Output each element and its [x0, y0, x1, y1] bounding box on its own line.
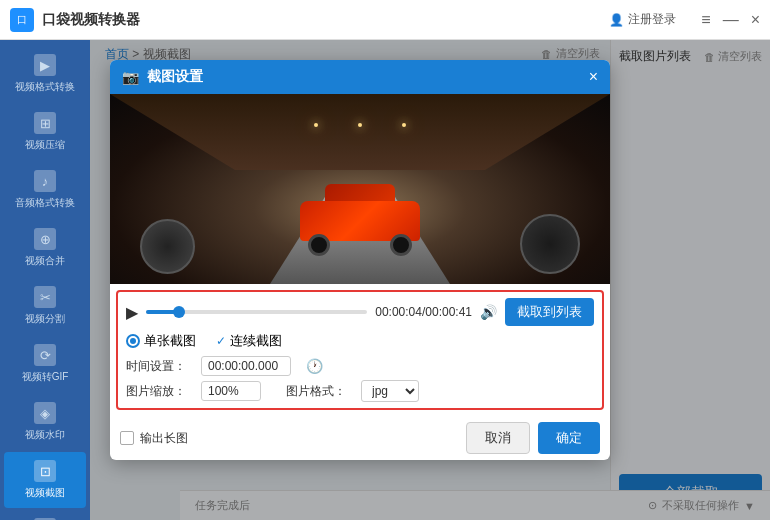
sidebar-item-label: 视频格式转换	[15, 80, 75, 94]
quality-label: 图片缩放：	[126, 383, 186, 400]
controls-area: ▶ 00:00:04/00:00:41 🔊 截取到列表 单张截	[116, 290, 604, 410]
continuous-label: 连续截图	[230, 332, 282, 350]
mode-row: 单张截图 ✓ 连续截图	[126, 332, 594, 350]
timeline-row: ▶ 00:00:04/00:00:41 🔊 截取到列表	[126, 298, 594, 326]
output-long-option[interactable]: 输出长图	[120, 430, 188, 447]
tunnel-lights	[314, 123, 406, 127]
modal-overlay: 📷 截图设置 ×	[90, 40, 770, 520]
login-button[interactable]: 👤 注册登录	[609, 11, 676, 28]
sidebar-item-label: 视频水印	[25, 428, 65, 442]
sidebar-item-video-format[interactable]: ▶ 视频格式转换	[4, 46, 86, 102]
modal-dialog: 📷 截图设置 ×	[110, 60, 610, 460]
capture-to-list-button[interactable]: 截取到列表	[505, 298, 594, 326]
tunnel-light-1	[314, 123, 318, 127]
modal-close-button[interactable]: ×	[589, 68, 598, 86]
output-long-checkbox[interactable]	[120, 431, 134, 445]
car-wheel-right	[390, 234, 412, 256]
tunnel-background	[110, 94, 610, 284]
time-settings-row: 时间设置： 🕐	[126, 356, 594, 376]
continuous-screenshot-option[interactable]: ✓ 连续截图	[216, 332, 282, 350]
video-compress-icon: ⊞	[34, 112, 56, 134]
sidebar: ▶ 视频格式转换 ⊞ 视频压缩 ♪ 音频格式转换 ⊕ 视频合并 ✂ 视频分割 ⟳…	[0, 40, 90, 520]
timeline-thumb	[173, 306, 185, 318]
sidebar-item-label: 视频合并	[25, 254, 65, 268]
menu-icon[interactable]: ≡	[701, 11, 710, 29]
sidebar-item-label: 音频格式转换	[15, 196, 75, 210]
content-area: 首页 > 视频截图 截取图片列表 🗑 清空列表 全部截取 🗑 清空列表	[90, 40, 770, 520]
sidebar-item-label: 视频截图	[25, 486, 65, 500]
sidebar-item-video-compress[interactable]: ⊞ 视频压缩	[4, 104, 86, 160]
clock-icon[interactable]: 🕐	[306, 358, 323, 374]
camera-icon: 📷	[122, 69, 139, 85]
sidebar-item-label: 视频压缩	[25, 138, 65, 152]
window-controls: ≡ — ×	[701, 11, 760, 29]
audio-format-icon: ♪	[34, 170, 56, 192]
play-button[interactable]: ▶	[126, 303, 138, 322]
arrow-icon: ✓	[216, 334, 226, 348]
speedometer	[520, 214, 580, 274]
sidebar-item-label: 视频转GIF	[22, 370, 69, 384]
sidebar-item-video-merge[interactable]: ⊕ 视频合并	[4, 220, 86, 276]
confirm-button[interactable]: 确定	[538, 422, 600, 454]
timeline-slider[interactable]	[146, 310, 367, 314]
single-label: 单张截图	[144, 332, 196, 350]
single-screenshot-option[interactable]: 单张截图	[126, 332, 196, 350]
app-logo: 口	[10, 8, 34, 32]
modal-header-left: 📷 截图设置	[122, 68, 203, 86]
tunnel-light-2	[358, 123, 362, 127]
modal-footer: 输出长图 取消 确定	[110, 416, 610, 460]
sidebar-item-video-watermark[interactable]: ◈ 视频水印	[4, 394, 86, 450]
format-label: 图片格式：	[286, 383, 346, 400]
format-select[interactable]: jpg png bmp	[361, 380, 419, 402]
car-body	[300, 201, 420, 256]
single-radio[interactable]	[126, 334, 140, 348]
volume-icon[interactable]: 🔊	[480, 304, 497, 320]
modal-action-buttons: 取消 确定	[466, 422, 600, 454]
user-icon: 👤	[609, 13, 624, 27]
sidebar-item-screen-record[interactable]: ⊙ 屏幕录像	[4, 510, 86, 520]
sidebar-item-label: 视频分割	[25, 312, 65, 326]
image-settings-row: 图片缩放： 图片格式： jpg png bmp	[126, 380, 594, 402]
sidebar-item-video-gif[interactable]: ⟳ 视频转GIF	[4, 336, 86, 392]
modal-title: 截图设置	[147, 68, 203, 86]
sidebar-item-video-split[interactable]: ✂ 视频分割	[4, 278, 86, 334]
video-watermark-icon: ◈	[34, 402, 56, 424]
video-screenshot-icon: ⊡	[34, 460, 56, 482]
tunnel-ceiling	[110, 94, 610, 170]
video-preview	[110, 94, 610, 284]
tunnel-light-3	[402, 123, 406, 127]
time-display: 00:00:04/00:00:41	[375, 305, 472, 319]
minimize-icon[interactable]: —	[723, 11, 739, 29]
close-icon[interactable]: ×	[751, 11, 760, 29]
time-setting-label: 时间设置：	[126, 358, 186, 375]
video-merge-icon: ⊕	[34, 228, 56, 250]
video-split-icon: ✂	[34, 286, 56, 308]
sidebar-item-video-screenshot[interactable]: ⊡ 视频截图	[4, 452, 86, 508]
title-bar-right: 👤 注册登录 ≡ — ×	[609, 11, 760, 29]
cancel-button[interactable]: 取消	[466, 422, 530, 454]
quality-input[interactable]	[201, 381, 261, 401]
title-bar: 口 口袋视频转换器 👤 注册登录 ≡ — ×	[0, 0, 770, 40]
sidebar-item-audio-format[interactable]: ♪ 音频格式转换	[4, 162, 86, 218]
main-layout: ▶ 视频格式转换 ⊞ 视频压缩 ♪ 音频格式转换 ⊕ 视频合并 ✂ 视频分割 ⟳…	[0, 40, 770, 520]
dashboard-left	[140, 219, 195, 274]
time-setting-input[interactable]	[201, 356, 291, 376]
video-gif-icon: ⟳	[34, 344, 56, 366]
video-format-icon: ▶	[34, 54, 56, 76]
modal-header: 📷 截图设置 ×	[110, 60, 610, 94]
car-wheel-left	[308, 234, 330, 256]
output-long-label: 输出长图	[140, 430, 188, 447]
app-title: 口袋视频转换器	[42, 11, 140, 29]
